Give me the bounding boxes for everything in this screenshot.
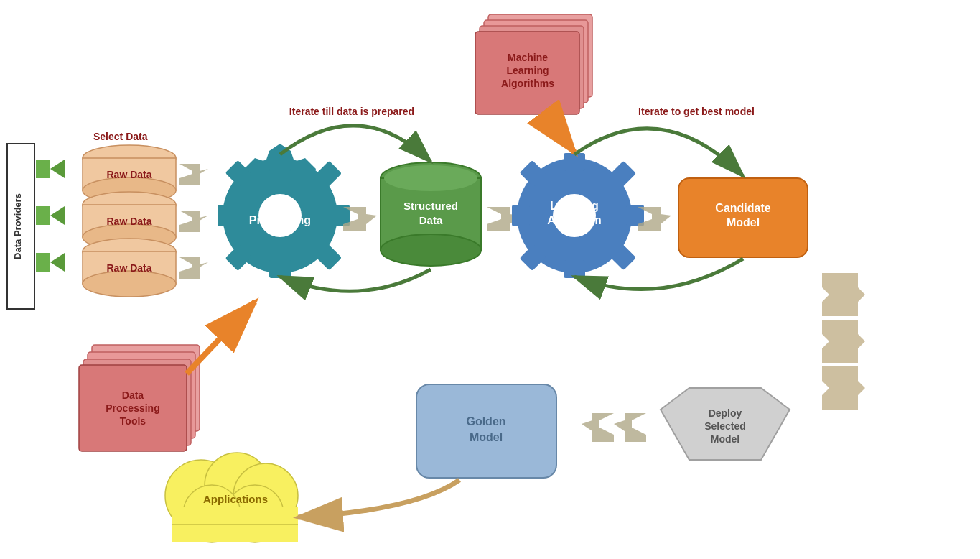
data-processing-tools-label-3: Tools xyxy=(120,415,146,427)
select-data-label: Select Data xyxy=(93,131,148,142)
data-providers-label: Data Providers xyxy=(12,193,23,259)
golden-model-label-1: Golden xyxy=(466,415,505,428)
candidate-model-label-1: Candidate xyxy=(715,202,770,214)
candidate-model-label-2: Model xyxy=(727,216,760,228)
raw-data-3-label: Raw Data xyxy=(106,262,151,274)
pre-processing-gear-group: Pre- Processing xyxy=(218,153,350,278)
data-providers-group: Data Providers xyxy=(7,144,34,309)
green-arrow-1 xyxy=(36,160,50,178)
tooth2 xyxy=(269,260,291,278)
raw-data-3: Raw Data xyxy=(83,239,176,297)
deploy-label-1: Deploy xyxy=(709,407,742,419)
svg-point-23 xyxy=(384,165,477,191)
la-tooth3 xyxy=(512,205,530,226)
svg-point-15 xyxy=(83,271,176,297)
la-tooth1 xyxy=(564,153,585,171)
data-processing-tools-label-2: Processing xyxy=(106,402,159,414)
candidate-model: Candidate Model xyxy=(678,178,808,257)
structured-data: Structured Data xyxy=(381,162,481,266)
pre-processing-label-2: Processing xyxy=(249,214,311,226)
golden-model-label-2: Model xyxy=(470,431,503,443)
structured-data-label-1: Structured xyxy=(403,200,458,212)
raw-data-2-label: Raw Data xyxy=(106,216,151,227)
ml-algorithms: Machine Learning Algorithms xyxy=(475,14,592,114)
structured-data-label-2: Data xyxy=(419,214,443,226)
learning-algorithm-label-1: Learning xyxy=(550,200,599,212)
applications-label: Applications xyxy=(203,493,268,505)
green-arrow-3 xyxy=(36,253,50,272)
data-processing-tools: Data Processing Tools xyxy=(79,345,200,451)
svg-point-22 xyxy=(381,234,481,266)
iterate-till-label: Iterate till data is prepared xyxy=(289,106,414,117)
ml-algo-label-1: Machine xyxy=(508,52,548,63)
data-processing-tools-label-1: Data xyxy=(122,389,144,401)
learning-algorithm-gear-group: Learning Algorithm xyxy=(512,153,644,278)
golden-model: Golden Model xyxy=(416,384,556,478)
ml-algo-label-3: Algorithms xyxy=(501,78,554,89)
iterate-best-label: Iterate to get best model xyxy=(638,106,755,117)
tooth3 xyxy=(218,205,235,226)
green-arrow-2 xyxy=(36,206,50,225)
raw-data-1-label: Raw Data xyxy=(106,169,151,180)
learning-algorithm-label-2: Algorithm xyxy=(547,214,602,226)
deploy-label-3: Model xyxy=(711,433,739,445)
deploy-label-2: Selected xyxy=(704,420,746,432)
pre-processing-label-1: Pre- xyxy=(269,200,291,212)
ml-algo-label-2: Learning xyxy=(506,65,549,76)
la-tooth2 xyxy=(564,260,585,278)
applications: Applications xyxy=(165,453,298,542)
tooth1 xyxy=(269,153,291,171)
